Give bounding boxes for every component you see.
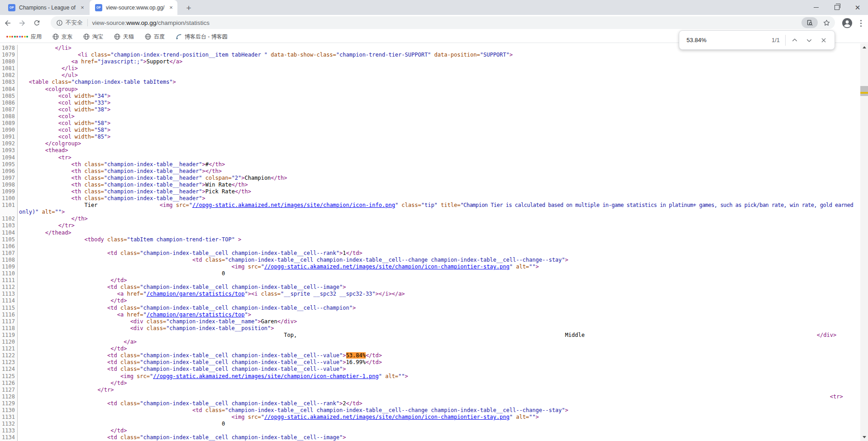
bookmark-taobao[interactable]: 淘宝: [83, 33, 103, 41]
source-line-code: <td class="champion-index-table__cell ch…: [18, 359, 382, 366]
source-line-code: </tr>: [18, 222, 75, 229]
scroll-up-button[interactable]: [860, 43, 868, 51]
line-number: 1122: [0, 352, 18, 359]
source-line: 1095 <th class="champion-index-table__he…: [0, 161, 868, 168]
url-text: view-source:www.op.gg/champion/statistic…: [92, 19, 210, 26]
reload-button[interactable]: [30, 16, 43, 30]
source-line-code: <th class="champion-index-table__header"…: [18, 195, 205, 202]
line-number: 1102: [0, 216, 18, 222]
source-line-code: </li>: [18, 45, 72, 52]
source-line: 1117 <div class="champion-index-table__n…: [0, 318, 868, 325]
source-line-code: <th class="champion-index-table__header"…: [18, 175, 287, 182]
line-number: 1123: [0, 359, 18, 366]
new-tab-button[interactable]: +: [183, 2, 195, 14]
line-number: 1085: [0, 93, 18, 100]
source-line: 1090 <col width="58">: [0, 127, 868, 134]
source-line-code: </a>: [18, 339, 137, 345]
source-link[interactable]: /champion/garen/statistics/top: [147, 312, 245, 318]
back-button[interactable]: [1, 16, 14, 30]
bookmark-label: 博客后台 - 博客园: [185, 33, 228, 41]
source-line: 1112 <td class="champion-index-table__ce…: [0, 284, 868, 291]
source-line-code: <col width="85">: [18, 134, 110, 140]
find-previous-button[interactable]: [787, 33, 802, 48]
source-line: 1115 <td class="champion-index-table__ce…: [0, 305, 868, 312]
source-link[interactable]: //opgg-static.akamaized.net/images/site/…: [264, 264, 510, 270]
source-line-code: </td>: [18, 345, 127, 352]
source-line: 1101 Tier <img src="//opgg-static.akamai…: [0, 202, 868, 209]
find-input[interactable]: 53.84%: [687, 37, 772, 43]
line-number: 1105: [0, 236, 18, 243]
find-next-button[interactable]: [802, 33, 816, 48]
bookmark-tmall[interactable]: 天猫: [114, 33, 134, 41]
forward-button[interactable]: [15, 16, 29, 30]
blog-favicon: [176, 34, 182, 40]
apps-shortcut[interactable]: 应用: [6, 33, 42, 41]
bookmark-baidu[interactable]: 百度: [145, 33, 165, 41]
source-line: 1122 <td class="champion-index-table__ce…: [0, 352, 868, 359]
address-bar[interactable]: 不安全 view-source:www.op.gg/champion/stati…: [51, 16, 835, 29]
info-icon[interactable]: [56, 19, 63, 26]
tab-view-source[interactable]: OP view-source:www.op.gg/cham ×: [90, 0, 177, 15]
source-line: 1089 <col width="58">: [0, 120, 868, 127]
source-line-code: <div class="champion-index-table__positi…: [18, 325, 274, 332]
source-line: 1099 <th class="champion-index-table__he…: [0, 188, 868, 195]
tab-close-icon[interactable]: ×: [167, 4, 175, 11]
source-link[interactable]: /champion/garen/statistics/top: [147, 291, 245, 297]
scroll-down-button[interactable]: [860, 433, 868, 441]
source-line-code: <img src="//opgg-static.akamaized.net/im…: [18, 414, 539, 421]
source-line: 1108 <td class="champion-index-table__ce…: [0, 257, 868, 264]
line-number: 1113: [0, 291, 18, 297]
source-line: only)" alt="">: [0, 209, 868, 216]
tab-champions[interactable]: OP Champions - League of Legen ×: [3, 0, 89, 15]
line-number: 1110: [0, 270, 18, 277]
source-line-code: </tr>: [18, 387, 114, 393]
bookmark-jd[interactable]: 京东: [52, 33, 72, 41]
line-number: [0, 209, 18, 216]
line-number: 1104: [0, 230, 18, 236]
line-number: 1114: [0, 297, 18, 304]
close-window-button[interactable]: ✕: [847, 0, 868, 14]
line-number: 1106: [0, 243, 18, 250]
profile-avatar-button[interactable]: [841, 17, 854, 29]
page-search-button[interactable]: [801, 17, 818, 28]
source-line: 1120 </a>: [0, 339, 868, 345]
bookmark-star-button[interactable]: [820, 17, 832, 29]
source-line-code: </td>: [18, 380, 127, 387]
line-number: 1091: [0, 134, 18, 140]
source-line: 1121 </td>: [0, 345, 868, 352]
triangle-up-icon: [863, 46, 866, 48]
kebab-menu-icon: [860, 20, 862, 21]
source-line-code: 0: [18, 421, 225, 427]
source-line-code: </li>: [18, 65, 78, 72]
browser-menu-button[interactable]: [855, 18, 866, 29]
line-number: 1120: [0, 339, 18, 345]
tab-close-icon[interactable]: ×: [79, 4, 86, 11]
line-number: 1133: [0, 427, 18, 434]
bookmark-cnblogs[interactable]: 博客后台 - 博客园: [176, 33, 228, 41]
line-number: 1127: [0, 387, 18, 393]
source-link[interactable]: //opgg-static.akamaized.net/images/site/…: [153, 373, 379, 379]
vertical-scrollbar[interactable]: [860, 43, 868, 441]
source-link[interactable]: //opgg-static.akamaized.net/images/site/…: [192, 202, 395, 208]
source-link[interactable]: //opgg-static.akamaized.net/images/site/…: [264, 414, 510, 420]
scrollbar-thumb[interactable]: [860, 86, 868, 96]
source-line: 1082 </ul>: [0, 72, 868, 79]
reload-icon: [33, 19, 41, 27]
opgg-favicon: OP: [8, 4, 15, 11]
source-line-code: <img src="//opgg-static.akamaized.net/im…: [18, 264, 539, 270]
line-number: 1096: [0, 168, 18, 175]
find-close-button[interactable]: [816, 33, 831, 48]
source-line: 1091 <col width="85">: [0, 134, 868, 140]
url-path: /champion/statistics: [156, 19, 210, 26]
minimize-button[interactable]: [806, 0, 826, 14]
url-host: www.op.gg: [126, 19, 156, 26]
source-line-code: <div class="champion-index-table__name">…: [18, 318, 297, 325]
line-number: 1129: [0, 400, 18, 407]
restore-button[interactable]: [826, 0, 847, 14]
line-number: 1117: [0, 318, 18, 325]
bookmark-label: 京东: [62, 33, 72, 41]
source-line: 1107 <td class="champion-index-table__ce…: [0, 250, 868, 257]
triangle-down-icon: [863, 436, 866, 438]
line-number: 1111: [0, 277, 18, 284]
source-line: 1111 </td>: [0, 277, 868, 284]
